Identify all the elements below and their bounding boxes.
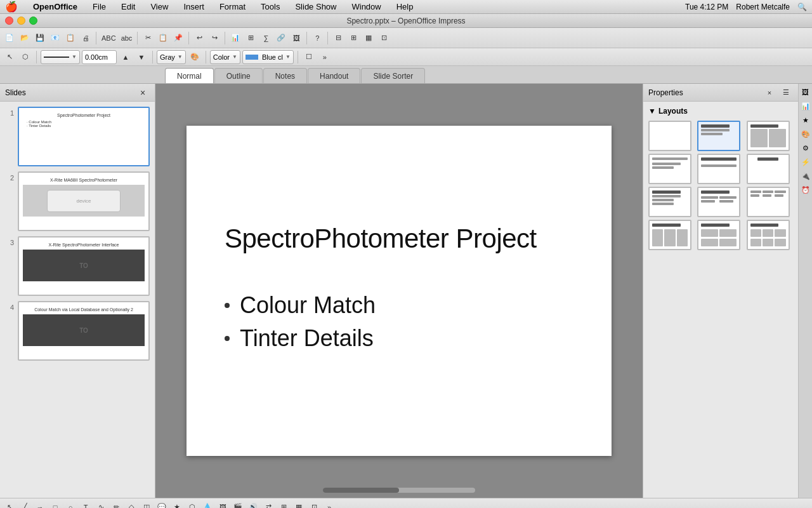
view3-btn[interactable]: ▦: [362, 30, 376, 46]
file-menu[interactable]: File: [90, 2, 108, 11]
image-insert-btn[interactable]: 🖼: [216, 500, 230, 509]
close-slides-panel[interactable]: ×: [136, 85, 150, 100]
slide-canvas[interactable]: SpectroPhotometer Project Colour Match T…: [187, 126, 612, 456]
search-icon[interactable]: 🔍: [797, 3, 807, 11]
curve-tool[interactable]: ∿: [94, 500, 108, 509]
view4-btn[interactable]: ⊡: [377, 30, 391, 46]
slide-bullet-2[interactable]: Tinter Details: [225, 325, 376, 352]
autocorrect-btn[interactable]: abc: [119, 30, 134, 46]
slide-item-2[interactable]: 2 X-Rite MA68II SpectroPhotometer device: [5, 171, 150, 231]
layout-title-content[interactable]: [697, 121, 740, 151]
tab-handout[interactable]: Handout: [308, 68, 360, 83]
color-dropdown[interactable]: Color ▼: [210, 50, 240, 64]
star-shapes-tool[interactable]: ★: [170, 500, 184, 509]
properties-menu[interactable]: ☰: [779, 85, 793, 100]
color-icon[interactable]: 🎨: [800, 128, 811, 140]
line-tool[interactable]: ╱: [18, 500, 32, 509]
time-icon[interactable]: ⏰: [800, 184, 811, 196]
ellipse-tool[interactable]: ○: [63, 500, 77, 509]
slide-scroll-thumb[interactable]: [323, 488, 399, 493]
undo-btn[interactable]: ↩: [192, 30, 206, 46]
tab-notes[interactable]: Notes: [263, 68, 307, 83]
table-btn[interactable]: ⊞: [244, 30, 258, 46]
gallery-icon[interactable]: 🖼: [800, 86, 811, 98]
pdf-btn[interactable]: 📋: [63, 30, 77, 46]
fill-style-dropdown[interactable]: Gray ▼: [157, 50, 186, 64]
pointer-tool[interactable]: ↖: [3, 500, 16, 509]
help-btn[interactable]: ?: [310, 30, 324, 46]
slide-scrollbar[interactable]: [323, 488, 475, 493]
freeform-tool[interactable]: ✏: [109, 500, 123, 509]
slide-bullet-1[interactable]: Colour Match: [225, 292, 376, 319]
formula-btn[interactable]: ∑: [259, 30, 273, 46]
chart-btn[interactable]: 📊: [228, 30, 242, 46]
tab-outline[interactable]: Outline: [214, 68, 263, 83]
layout-11[interactable]: [697, 220, 740, 250]
layout-4[interactable]: [648, 154, 691, 184]
slide-thumb-2[interactable]: X-Rite MA68II SpectroPhotometer device: [18, 171, 150, 231]
slide-editing-area[interactable]: SpectroPhotometer Project Colour Match T…: [155, 84, 643, 498]
close-properties[interactable]: ×: [763, 85, 776, 100]
select-btn[interactable]: ↖: [3, 50, 16, 65]
tab-slidesorter[interactable]: Slide Sorter: [361, 68, 425, 83]
callout-tool[interactable]: 💬: [155, 500, 169, 509]
slide-item-3[interactable]: 3 X-Rite SpectroPhotometer Interface TO: [5, 236, 150, 296]
more-btn[interactable]: »: [318, 50, 332, 65]
apple-menu[interactable]: 🍎: [5, 1, 18, 13]
slide-thumb-4[interactable]: Colour Match via Local Database and Opti…: [18, 301, 150, 361]
insert-menu[interactable]: Insert: [181, 2, 207, 11]
fill-color-btn[interactable]: 🎨: [188, 50, 202, 65]
edit-menu[interactable]: Edit: [119, 2, 138, 11]
email-btn[interactable]: 📧: [48, 30, 62, 46]
macro-icon[interactable]: ⚡: [800, 156, 811, 168]
slide-thumb-1[interactable]: SpectroPhotometer Project · Colour Match…: [18, 107, 150, 166]
open-btn[interactable]: 📂: [18, 30, 32, 46]
tab-normal[interactable]: Normal: [165, 68, 214, 83]
layout-9[interactable]: [747, 187, 790, 217]
3d-tool[interactable]: ⬡: [185, 500, 199, 509]
blue-color-dropdown[interactable]: Blue cl ▼: [242, 50, 294, 64]
measure-input[interactable]: 0.00cm: [82, 50, 117, 64]
arrow-btn[interactable]: ⬡: [18, 50, 32, 65]
view-btn[interactable]: ⊟: [331, 30, 345, 46]
layout-8[interactable]: [697, 187, 740, 217]
copy-btn[interactable]: 📋: [156, 30, 170, 46]
flip-btn[interactable]: ⇄: [261, 500, 275, 509]
layout-7[interactable]: [648, 187, 691, 217]
maximize-button[interactable]: [29, 17, 37, 25]
paste-btn[interactable]: 📌: [171, 30, 185, 46]
rect-tool[interactable]: □: [48, 500, 62, 509]
arrow-tool[interactable]: →: [33, 500, 47, 509]
spellcheck-btn[interactable]: ABC: [100, 30, 118, 46]
view-menu[interactable]: View: [148, 2, 171, 11]
flowchart-tool[interactable]: ◫: [140, 500, 154, 509]
shapes-tool[interactable]: ◇: [124, 500, 138, 509]
slideshow-menu[interactable]: Slide Show: [292, 2, 339, 11]
more-drawing-btn[interactable]: »: [322, 500, 336, 509]
new-btn[interactable]: 📄: [3, 30, 16, 46]
redo-btn[interactable]: ↪: [207, 30, 221, 46]
text-tool[interactable]: T: [79, 500, 93, 509]
slide-item-4[interactable]: 4 Colour Match via Local Database and Op…: [5, 301, 150, 361]
tools-menu[interactable]: Tools: [258, 2, 282, 11]
close-button[interactable]: [5, 17, 13, 25]
layout-10[interactable]: [648, 220, 691, 250]
layout-12[interactable]: [747, 220, 790, 250]
chart-icon[interactable]: 📊: [800, 100, 811, 112]
cut-btn[interactable]: ✂: [141, 30, 155, 46]
minimize-button[interactable]: [17, 17, 25, 25]
line-style-dropdown[interactable]: ▼: [41, 50, 80, 64]
group-btn[interactable]: ▦: [292, 500, 306, 509]
measure-down[interactable]: ▼: [134, 50, 148, 65]
slide-thumb-3[interactable]: X-Rite SpectroPhotometer Interface TO: [18, 236, 150, 296]
layout-blank[interactable]: [648, 121, 691, 151]
format-menu[interactable]: Format: [217, 2, 248, 11]
eyedrop-tool[interactable]: 💧: [200, 500, 214, 509]
slide-main-title[interactable]: SpectroPhotometer Project: [225, 224, 537, 254]
layout-two-col[interactable]: [747, 121, 790, 151]
star-icon[interactable]: ★: [800, 114, 811, 126]
audio-btn[interactable]: 🔊: [246, 500, 260, 509]
print-btn[interactable]: 🖨: [79, 30, 93, 46]
gallery-btn[interactable]: 🖼: [289, 30, 303, 46]
hyperlink-btn[interactable]: 🔗: [274, 30, 288, 46]
